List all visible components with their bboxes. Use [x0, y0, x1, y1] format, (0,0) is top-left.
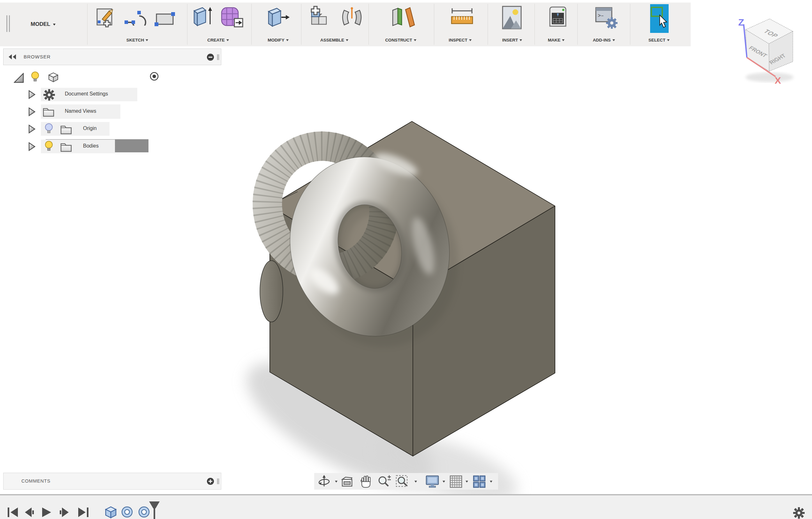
timeline-bar [0, 495, 812, 519]
group-label-select[interactable]: SELECT [634, 38, 685, 42]
collapse-panel-icon[interactable] [8, 54, 18, 60]
timeline-playhead[interactable] [148, 501, 161, 519]
group-label-assemble[interactable]: ASSEMBLE [309, 38, 360, 42]
zoom-icon[interactable] [378, 475, 392, 488]
folder-icon [60, 124, 73, 135]
x-axis-label: X [775, 75, 781, 86]
viewports-icon[interactable] [472, 475, 486, 488]
toolbar-separator [434, 4, 434, 45]
group-label-construct[interactable]: CONSTRUCT [375, 38, 426, 42]
display-settings-icon[interactable] [425, 475, 440, 488]
look-at-icon[interactable] [341, 475, 353, 488]
expand-icon[interactable] [27, 142, 36, 151]
activate-component-radio-icon[interactable] [149, 71, 159, 81]
folder-icon [60, 141, 73, 153]
insert-image-icon[interactable] [501, 5, 523, 30]
chevron-down-icon [146, 39, 148, 41]
folder-icon [42, 106, 55, 118]
go-to-start-button[interactable] [7, 507, 19, 518]
step-forward-button[interactable] [59, 507, 70, 518]
visibility-bulb-icon[interactable] [45, 141, 53, 153]
step-back-button[interactable] [23, 507, 35, 518]
create-form-icon[interactable] [220, 6, 244, 29]
tree-row-document-settings[interactable]: Document Settings [0, 88, 224, 101]
group-label-addins[interactable]: ADD-INS [578, 38, 629, 42]
chevron-down-icon[interactable] [466, 481, 468, 483]
play-button[interactable] [41, 507, 52, 518]
chevron-down-icon[interactable] [442, 481, 445, 483]
construction-plane-icon[interactable] [390, 6, 417, 29]
toolbar-separator [251, 4, 252, 45]
comments-panel-title: COMMENTS [21, 479, 51, 484]
select-icon[interactable] [650, 4, 669, 33]
grid-settings-icon[interactable] [449, 475, 463, 488]
remove-panel-icon[interactable] [207, 53, 214, 61]
toolbar-drag-handle[interactable] [6, 15, 7, 32]
gear-icon [43, 88, 56, 101]
timeline-feature-torus-icon[interactable] [121, 506, 134, 519]
tree-item-label[interactable]: Bodies [83, 143, 99, 149]
panel-resize-handle[interactable] [217, 54, 218, 60]
chevron-down-icon [346, 39, 348, 41]
viewcube-shadow [746, 73, 793, 82]
viewcube[interactable]: Z X TOP FRONT RIGHT [731, 9, 812, 89]
3d-print-icon[interactable] [547, 6, 569, 29]
joint-icon[interactable] [340, 6, 364, 29]
expand-collapse-icon[interactable] [14, 73, 24, 84]
group-label-insert[interactable]: INSERT [487, 38, 538, 42]
top-toolbar: MODEL SKETCH CREATE MODIFY ASSEMBLE CONS… [0, 3, 691, 46]
sketch-rectangle-icon[interactable] [154, 11, 177, 26]
gear-glyph [606, 17, 617, 29]
tree-row-origin[interactable]: Origin [0, 122, 224, 136]
svg-text:>–: >– [598, 13, 604, 19]
chevron-down-icon[interactable] [414, 481, 417, 483]
tree-item-label[interactable]: Origin [83, 125, 97, 131]
group-label-create[interactable]: CREATE [193, 38, 243, 42]
toolbar-separator [630, 4, 630, 45]
panel-resize-handle[interactable] [219, 54, 219, 60]
add-comment-icon[interactable] [207, 478, 214, 485]
chevron-down-icon[interactable] [490, 481, 492, 483]
panel-resize-handle[interactable] [217, 479, 218, 484]
group-label-modify[interactable]: MODIFY [253, 38, 304, 42]
comments-panel-header: COMMENTS [3, 473, 221, 490]
expand-icon[interactable] [27, 124, 36, 134]
timeline-settings-gear-icon[interactable] [792, 507, 805, 519]
browser-panel-title: BROWSER [24, 54, 51, 59]
tree-row-bodies[interactable]: Bodies [0, 140, 224, 153]
chevron-down-icon [286, 39, 289, 41]
expand-icon[interactable] [27, 107, 36, 117]
tree-item-label[interactable]: Document Settings [65, 91, 108, 97]
chevron-down-icon [520, 39, 522, 41]
edge-bump [260, 261, 283, 322]
toolbar-separator [369, 4, 369, 45]
group-label-inspect[interactable]: INSPECT [435, 38, 486, 42]
create-sketch-icon[interactable] [95, 6, 116, 27]
navigation-bar [314, 473, 498, 490]
tree-item-label[interactable]: Named Views [65, 108, 96, 114]
chevron-down-icon [226, 39, 229, 41]
sketch-arc-icon[interactable] [124, 10, 149, 26]
timeline-feature-box-icon[interactable] [105, 506, 117, 518]
new-component-icon[interactable] [310, 6, 334, 29]
chevron-down-icon[interactable] [335, 481, 338, 483]
visibility-bulb-icon[interactable] [31, 71, 39, 83]
orbit-icon[interactable] [318, 475, 330, 488]
toolbar-drag-handle[interactable] [9, 15, 10, 32]
scripts-addins-icon[interactable]: >– [594, 6, 618, 29]
measure-icon[interactable] [450, 7, 474, 27]
tree-row-root[interactable]: squarePendant v1 [0, 69, 224, 85]
visibility-bulb-icon-off[interactable] [45, 123, 53, 135]
press-pull-icon[interactable] [266, 6, 290, 29]
pan-icon[interactable] [359, 474, 373, 489]
zoom-window-icon[interactable] [395, 474, 410, 489]
tree-row-named-views[interactable]: Named Views [0, 105, 224, 119]
group-label-make[interactable]: MAKE [531, 38, 582, 42]
extrude-icon[interactable] [192, 6, 214, 29]
group-label-sketch[interactable]: SKETCH [112, 38, 163, 42]
workspace-selector[interactable]: MODEL [31, 21, 56, 27]
go-to-end-button[interactable] [78, 507, 89, 518]
chevron-down-icon [53, 24, 56, 26]
expand-icon[interactable] [27, 90, 36, 99]
panel-resize-handle[interactable] [219, 479, 219, 484]
